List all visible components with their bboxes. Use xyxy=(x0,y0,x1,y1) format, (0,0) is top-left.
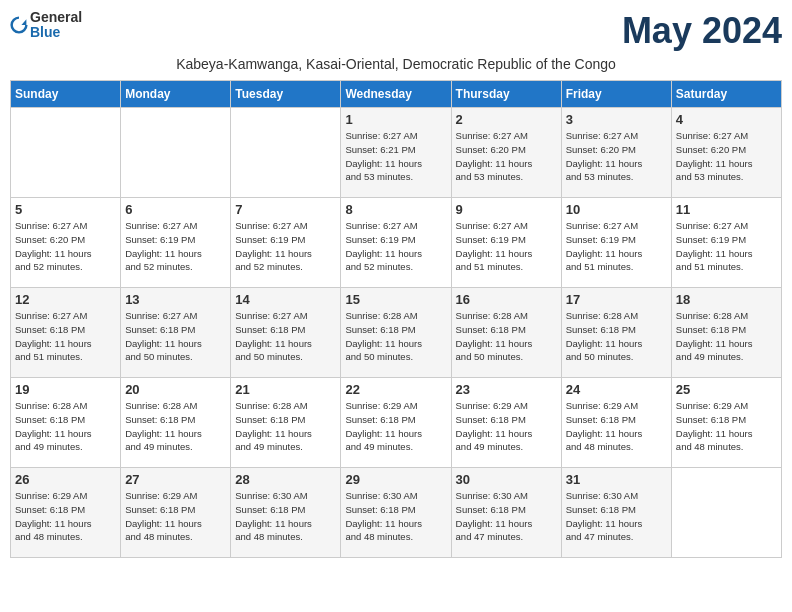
day-info: Sunrise: 6:27 AM Sunset: 6:18 PM Dayligh… xyxy=(235,309,336,364)
svg-marker-0 xyxy=(21,20,26,26)
day-info: Sunrise: 6:27 AM Sunset: 6:20 PM Dayligh… xyxy=(15,219,116,274)
day-cell xyxy=(231,108,341,198)
week-row-3: 12Sunrise: 6:27 AM Sunset: 6:18 PM Dayli… xyxy=(11,288,782,378)
day-number: 30 xyxy=(456,472,557,487)
day-info: Sunrise: 6:27 AM Sunset: 6:21 PM Dayligh… xyxy=(345,129,446,184)
column-header-monday: Monday xyxy=(121,81,231,108)
day-info: Sunrise: 6:29 AM Sunset: 6:18 PM Dayligh… xyxy=(566,399,667,454)
day-info: Sunrise: 6:30 AM Sunset: 6:18 PM Dayligh… xyxy=(566,489,667,544)
day-cell: 10Sunrise: 6:27 AM Sunset: 6:19 PM Dayli… xyxy=(561,198,671,288)
day-info: Sunrise: 6:29 AM Sunset: 6:18 PM Dayligh… xyxy=(15,489,116,544)
day-number: 9 xyxy=(456,202,557,217)
day-info: Sunrise: 6:27 AM Sunset: 6:19 PM Dayligh… xyxy=(235,219,336,274)
column-header-thursday: Thursday xyxy=(451,81,561,108)
day-info: Sunrise: 6:27 AM Sunset: 6:20 PM Dayligh… xyxy=(566,129,667,184)
week-row-1: 1Sunrise: 6:27 AM Sunset: 6:21 PM Daylig… xyxy=(11,108,782,198)
header-row: SundayMondayTuesdayWednesdayThursdayFrid… xyxy=(11,81,782,108)
day-number: 10 xyxy=(566,202,667,217)
day-cell: 15Sunrise: 6:28 AM Sunset: 6:18 PM Dayli… xyxy=(341,288,451,378)
day-cell: 23Sunrise: 6:29 AM Sunset: 6:18 PM Dayli… xyxy=(451,378,561,468)
day-number: 15 xyxy=(345,292,446,307)
day-info: Sunrise: 6:30 AM Sunset: 6:18 PM Dayligh… xyxy=(456,489,557,544)
day-cell: 25Sunrise: 6:29 AM Sunset: 6:18 PM Dayli… xyxy=(671,378,781,468)
day-info: Sunrise: 6:30 AM Sunset: 6:18 PM Dayligh… xyxy=(235,489,336,544)
day-cell: 28Sunrise: 6:30 AM Sunset: 6:18 PM Dayli… xyxy=(231,468,341,558)
day-cell: 12Sunrise: 6:27 AM Sunset: 6:18 PM Dayli… xyxy=(11,288,121,378)
day-info: Sunrise: 6:28 AM Sunset: 6:18 PM Dayligh… xyxy=(566,309,667,364)
day-cell: 31Sunrise: 6:30 AM Sunset: 6:18 PM Dayli… xyxy=(561,468,671,558)
day-cell: 16Sunrise: 6:28 AM Sunset: 6:18 PM Dayli… xyxy=(451,288,561,378)
day-cell xyxy=(671,468,781,558)
logo-general: General xyxy=(30,10,82,25)
column-header-friday: Friday xyxy=(561,81,671,108)
day-info: Sunrise: 6:29 AM Sunset: 6:18 PM Dayligh… xyxy=(676,399,777,454)
day-number: 12 xyxy=(15,292,116,307)
logo-icon xyxy=(10,16,28,34)
week-row-2: 5Sunrise: 6:27 AM Sunset: 6:20 PM Daylig… xyxy=(11,198,782,288)
day-number: 13 xyxy=(125,292,226,307)
day-number: 7 xyxy=(235,202,336,217)
day-cell: 3Sunrise: 6:27 AM Sunset: 6:20 PM Daylig… xyxy=(561,108,671,198)
day-cell: 18Sunrise: 6:28 AM Sunset: 6:18 PM Dayli… xyxy=(671,288,781,378)
day-number: 4 xyxy=(676,112,777,127)
day-number: 28 xyxy=(235,472,336,487)
day-number: 1 xyxy=(345,112,446,127)
day-cell: 19Sunrise: 6:28 AM Sunset: 6:18 PM Dayli… xyxy=(11,378,121,468)
day-number: 20 xyxy=(125,382,226,397)
day-info: Sunrise: 6:29 AM Sunset: 6:18 PM Dayligh… xyxy=(125,489,226,544)
day-cell: 9Sunrise: 6:27 AM Sunset: 6:19 PM Daylig… xyxy=(451,198,561,288)
day-number: 3 xyxy=(566,112,667,127)
day-number: 16 xyxy=(456,292,557,307)
calendar-table: SundayMondayTuesdayWednesdayThursdayFrid… xyxy=(10,80,782,558)
day-cell: 27Sunrise: 6:29 AM Sunset: 6:18 PM Dayli… xyxy=(121,468,231,558)
header: General Blue May 2024 xyxy=(10,10,782,52)
day-info: Sunrise: 6:29 AM Sunset: 6:18 PM Dayligh… xyxy=(456,399,557,454)
day-info: Sunrise: 6:27 AM Sunset: 6:19 PM Dayligh… xyxy=(456,219,557,274)
day-info: Sunrise: 6:28 AM Sunset: 6:18 PM Dayligh… xyxy=(345,309,446,364)
column-header-tuesday: Tuesday xyxy=(231,81,341,108)
day-info: Sunrise: 6:27 AM Sunset: 6:19 PM Dayligh… xyxy=(676,219,777,274)
day-cell: 14Sunrise: 6:27 AM Sunset: 6:18 PM Dayli… xyxy=(231,288,341,378)
day-number: 19 xyxy=(15,382,116,397)
day-number: 23 xyxy=(456,382,557,397)
day-cell: 20Sunrise: 6:28 AM Sunset: 6:18 PM Dayli… xyxy=(121,378,231,468)
day-number: 22 xyxy=(345,382,446,397)
day-info: Sunrise: 6:27 AM Sunset: 6:19 PM Dayligh… xyxy=(566,219,667,274)
day-cell: 4Sunrise: 6:27 AM Sunset: 6:20 PM Daylig… xyxy=(671,108,781,198)
day-info: Sunrise: 6:28 AM Sunset: 6:18 PM Dayligh… xyxy=(125,399,226,454)
day-number: 31 xyxy=(566,472,667,487)
day-cell: 29Sunrise: 6:30 AM Sunset: 6:18 PM Dayli… xyxy=(341,468,451,558)
day-info: Sunrise: 6:30 AM Sunset: 6:18 PM Dayligh… xyxy=(345,489,446,544)
day-cell: 7Sunrise: 6:27 AM Sunset: 6:19 PM Daylig… xyxy=(231,198,341,288)
day-info: Sunrise: 6:27 AM Sunset: 6:18 PM Dayligh… xyxy=(15,309,116,364)
day-cell: 30Sunrise: 6:30 AM Sunset: 6:18 PM Dayli… xyxy=(451,468,561,558)
day-cell xyxy=(121,108,231,198)
logo: General Blue xyxy=(10,10,82,41)
day-info: Sunrise: 6:29 AM Sunset: 6:18 PM Dayligh… xyxy=(345,399,446,454)
subtitle: Kabeya-Kamwanga, Kasai-Oriental, Democra… xyxy=(10,56,782,72)
day-number: 6 xyxy=(125,202,226,217)
column-header-saturday: Saturday xyxy=(671,81,781,108)
day-number: 11 xyxy=(676,202,777,217)
day-cell: 17Sunrise: 6:28 AM Sunset: 6:18 PM Dayli… xyxy=(561,288,671,378)
column-header-sunday: Sunday xyxy=(11,81,121,108)
month-title: May 2024 xyxy=(622,10,782,52)
day-number: 18 xyxy=(676,292,777,307)
day-cell: 11Sunrise: 6:27 AM Sunset: 6:19 PM Dayli… xyxy=(671,198,781,288)
day-number: 21 xyxy=(235,382,336,397)
day-cell: 5Sunrise: 6:27 AM Sunset: 6:20 PM Daylig… xyxy=(11,198,121,288)
day-cell: 1Sunrise: 6:27 AM Sunset: 6:21 PM Daylig… xyxy=(341,108,451,198)
day-cell: 22Sunrise: 6:29 AM Sunset: 6:18 PM Dayli… xyxy=(341,378,451,468)
day-info: Sunrise: 6:28 AM Sunset: 6:18 PM Dayligh… xyxy=(15,399,116,454)
day-cell: 6Sunrise: 6:27 AM Sunset: 6:19 PM Daylig… xyxy=(121,198,231,288)
day-number: 25 xyxy=(676,382,777,397)
day-number: 17 xyxy=(566,292,667,307)
day-info: Sunrise: 6:28 AM Sunset: 6:18 PM Dayligh… xyxy=(676,309,777,364)
week-row-5: 26Sunrise: 6:29 AM Sunset: 6:18 PM Dayli… xyxy=(11,468,782,558)
day-info: Sunrise: 6:27 AM Sunset: 6:19 PM Dayligh… xyxy=(125,219,226,274)
logo-blue: Blue xyxy=(30,25,82,40)
day-number: 26 xyxy=(15,472,116,487)
day-cell: 8Sunrise: 6:27 AM Sunset: 6:19 PM Daylig… xyxy=(341,198,451,288)
day-cell: 24Sunrise: 6:29 AM Sunset: 6:18 PM Dayli… xyxy=(561,378,671,468)
day-info: Sunrise: 6:27 AM Sunset: 6:18 PM Dayligh… xyxy=(125,309,226,364)
